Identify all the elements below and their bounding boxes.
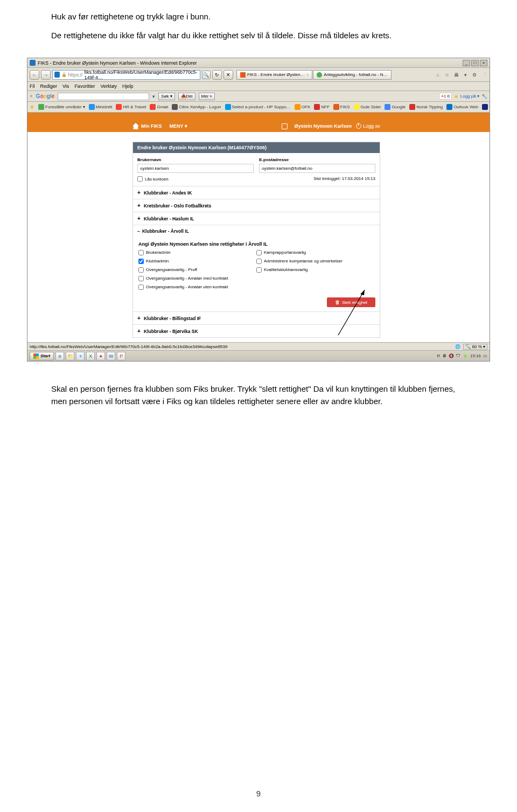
lock-checkbox[interactable] — [137, 176, 143, 182]
bookmark[interactable]: Minidrett — [89, 104, 113, 110]
brukernavn-label: Brukernavn — [137, 157, 254, 162]
taskbar-app[interactable]: 📁 — [66, 352, 74, 360]
close-button[interactable]: × — [480, 60, 487, 66]
zoom-level[interactable]: 🔍 80 % ▾ — [463, 344, 487, 350]
epost-label: E-postadresse — [259, 157, 375, 162]
acc-billingstad[interactable]: +Klubbruker - Billingstad IF — [133, 311, 380, 324]
opt-overgang-proff[interactable]: Overgangsansvarlig - Proff — [138, 267, 256, 273]
power-icon — [356, 123, 361, 129]
forward-button[interactable]: → — [41, 70, 51, 80]
acc-arvoll: −Klubbruker - Årvoll IL Angi Øystein Nym… — [133, 225, 380, 307]
bookmark[interactable]: NFF — [314, 104, 330, 110]
window-controls[interactable]: _ □ × — [463, 60, 487, 66]
acc-bjorvika[interactable]: +Klubbruker - Bjørvika SK — [133, 324, 380, 337]
taskbar-app[interactable]: ● — [96, 352, 105, 360]
toolbar-close-icon[interactable]: × — [30, 93, 33, 99]
menu-fil[interactable]: Fil — [30, 84, 35, 89]
taskbar-app[interactable]: P — [117, 352, 125, 360]
favorites-star-icon[interactable]: ★ — [30, 104, 34, 110]
last-login: Sist innlogget: 17.03.2014 15:13 — [313, 176, 375, 182]
menu-hjelp[interactable]: Hjelp — [122, 84, 134, 89]
clock[interactable]: 15:16 — [470, 353, 481, 358]
browser-tab-2[interactable]: Anleggsutvikling - fotball.no - N… — [313, 70, 391, 80]
bookmark-star-icon[interactable]: ★ — [454, 94, 458, 99]
bookmark[interactable]: Select a product - HP Suppo… — [225, 104, 291, 110]
tray-icon[interactable]: 🛡 — [456, 353, 460, 358]
feeds-icon[interactable]: ☆ — [443, 71, 451, 79]
meny-dropdown[interactable]: MENY ▾ — [170, 123, 187, 129]
opt-klubbadmin[interactable]: Klubbadmin — [138, 259, 256, 264]
start-button[interactable]: Start — [30, 352, 54, 360]
menu-vis[interactable]: Vis — [62, 84, 69, 89]
ie-statusbar: http://fiks.fotball.no/FiksWeb/UserManag… — [27, 342, 490, 350]
opt-overgang-amator-med[interactable]: Overgangsansvarlig - Amatør med kontrakt — [138, 276, 256, 281]
browser-tab-1[interactable]: FIKS - Endre bruker Øysten… × — [236, 70, 312, 80]
acc-andes[interactable]: +Klubbruker - Andes IK — [133, 186, 380, 199]
google-login-link[interactable]: Logg på ▾ — [460, 94, 479, 99]
min-fiks-link[interactable]: Min FIKS — [141, 123, 162, 129]
menu-favoritter[interactable]: Favoritter — [74, 84, 95, 89]
home-icon[interactable]: ⌂ — [434, 71, 442, 79]
plusone-button[interactable]: +1 0 — [439, 93, 452, 100]
taskbar-app[interactable]: 📧 — [76, 352, 85, 360]
favicon-icon — [240, 72, 246, 78]
bookmark[interactable]: Citrix XenApp - Logon — [172, 104, 221, 110]
bookmark[interactable]: Outlook Web — [446, 104, 478, 110]
tray-icon[interactable]: 🔋 — [463, 353, 468, 358]
tray-icon[interactable]: R — [437, 353, 440, 358]
taskbar-app[interactable]: e — [55, 352, 64, 360]
opt-overgang-amator-uten[interactable]: Overgangsansvarlig - Amatør uten kontrak… — [138, 284, 256, 290]
menu-verktoy[interactable]: Verktøy — [100, 84, 117, 89]
bookmark[interactable]: Foreslåtte områder ▾ — [38, 104, 85, 110]
opt-kamprapport[interactable]: Kamprapportansvarlig — [256, 250, 374, 255]
user-icon — [282, 123, 288, 129]
lock-account-checkbox[interactable]: Lås kontoen — [137, 176, 169, 182]
bookmark[interactable]: Norsk Tipping — [409, 104, 443, 110]
slett-rettighet-button[interactable]: 🗑 Slett rettighet — [327, 297, 375, 307]
menu-rediger[interactable]: Rediger — [40, 84, 58, 89]
bookmark[interactable]: FIKS — [333, 104, 350, 110]
logoff-button[interactable]: Logg av — [356, 123, 380, 129]
user-name[interactable]: Øystein Nymoen Karlsen — [294, 123, 352, 129]
maximize-button[interactable]: □ — [471, 60, 479, 66]
home-icon[interactable] — [132, 123, 139, 129]
page-menu-icon[interactable]: ▾ — [462, 71, 469, 79]
tray-icon[interactable]: 🔇 — [449, 353, 454, 358]
taskbar-app[interactable]: X — [86, 352, 95, 360]
opt-brukeradmin[interactable]: Brukeradmin — [138, 250, 256, 255]
acc-haslum[interactable]: +Klubbruker - Haslum IL — [133, 212, 380, 225]
stop-button[interactable]: ✕ — [223, 70, 233, 80]
bookmark[interactable]: Gmail — [150, 104, 168, 110]
windows-taskbar: Start e 📁 📧 X ● W P R 🖥 🔇 🛡 🔋 15:16 ▭ — [27, 350, 490, 361]
google-dropdown-icon[interactable]: ▾ — [152, 94, 155, 99]
back-button[interactable]: ← — [30, 70, 39, 80]
address-bar[interactable]: 🔒 https:// fiks.fotball.no/FiksWeb/UserM… — [52, 70, 200, 80]
wrench-icon[interactable]: 🔧 — [481, 94, 487, 99]
google-search-input[interactable] — [58, 93, 149, 100]
epost-input[interactable] — [259, 164, 375, 173]
minimize-button[interactable]: _ — [463, 60, 470, 66]
opt-kompetanse[interactable]: Administrere kompetanse og utmerkelser — [256, 259, 374, 264]
search-button[interactable]: 🔍 — [202, 71, 211, 79]
tab-close-icon[interactable]: × — [306, 72, 309, 77]
acc-oslo[interactable]: +Kretsbruker - Oslo Fotballkrets — [133, 199, 380, 212]
refresh-button[interactable]: ↻ — [212, 70, 222, 80]
bookmark[interactable]: Google — [385, 104, 406, 110]
bookmark[interactable]: OFK — [295, 104, 310, 110]
tray-icon[interactable]: 🖥 — [442, 353, 446, 358]
google-share-button[interactable]: 📤 Del — [178, 93, 195, 100]
google-more-button[interactable]: Mer » — [199, 93, 215, 100]
opt-kvalitetsklubb[interactable]: Kvalitetsklubbansvarlig — [256, 267, 374, 273]
tools-icon[interactable]: ❔ — [480, 71, 487, 79]
google-search-button[interactable]: Søk ▾ — [158, 93, 174, 100]
bookmark[interactable]: HR & Travel — [116, 104, 146, 110]
acc-arvoll-toggle[interactable]: −Klubbruker - Årvoll IL — [133, 225, 380, 237]
doc-after: Skal en person fjernes fra klubben som F… — [0, 362, 517, 413]
print-icon[interactable]: 🖶 — [452, 71, 460, 79]
bookmark[interactable]: Gule Sider — [354, 104, 381, 110]
safety-icon[interactable]: ⚙ — [471, 71, 478, 79]
brukernavn-input[interactable] — [137, 164, 254, 173]
taskbar-app[interactable]: W — [107, 352, 115, 360]
show-desktop[interactable]: ▭ — [483, 353, 487, 358]
bookmark[interactable]: Vålerenga Fotball — [482, 104, 490, 110]
